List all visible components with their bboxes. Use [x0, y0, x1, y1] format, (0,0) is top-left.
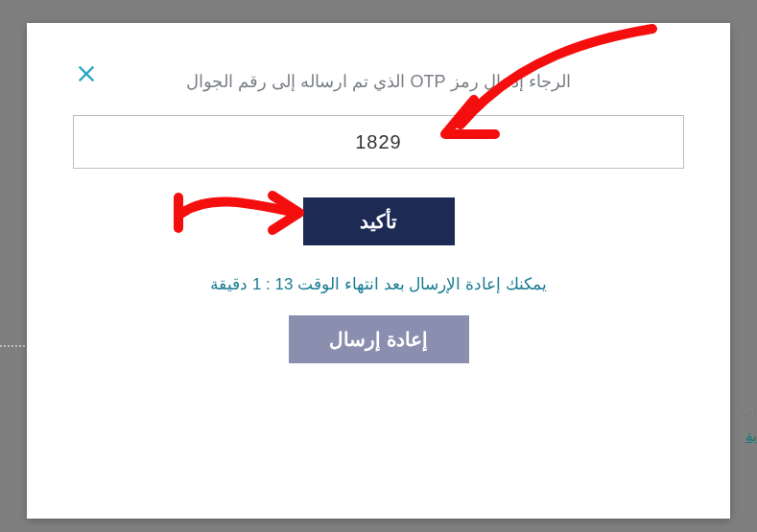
background-link-fragment: ية: [732, 428, 757, 445]
resend-countdown-text: يمكنك إعادة الإرسال بعد انتهاء الوقت 13 …: [210, 274, 547, 294]
close-button[interactable]: [73, 61, 100, 88]
otp-prompt-text: الرجاء إدخال رمز OTP الذي تم ارساله إلى …: [186, 71, 570, 92]
otp-modal: الرجاء إدخال رمز OTP الذي تم ارساله إلى …: [27, 23, 730, 519]
otp-input[interactable]: [73, 115, 684, 169]
modal-content: الرجاء إدخال رمز OTP الذي تم ارساله إلى …: [73, 71, 684, 363]
background-divider: [0, 345, 25, 347]
background-text-fragment: ات: [732, 402, 757, 419]
close-icon: [76, 63, 97, 87]
resend-button[interactable]: إعادة إرسال: [289, 315, 469, 363]
confirm-button[interactable]: تأكيد: [303, 197, 455, 245]
